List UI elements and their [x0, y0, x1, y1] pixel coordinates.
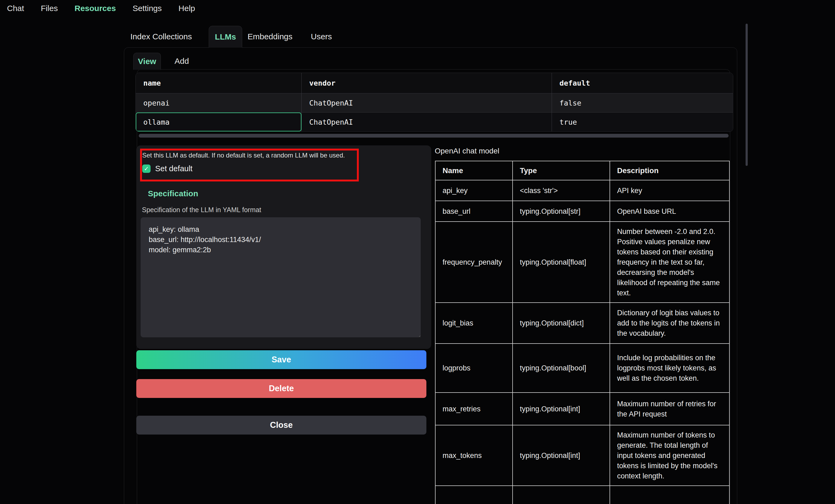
- top-nav: Chat Files Resources Settings Help: [0, 0, 195, 17]
- default-note-text: Set this LLM as default. If no default i…: [142, 152, 357, 159]
- doc-param-description: [610, 486, 729, 504]
- specification-caption: Specification of the LLM in YAML format: [142, 206, 261, 214]
- llm-cell-default[interactable]: false: [552, 93, 733, 112]
- close-button[interactable]: Close: [136, 416, 426, 435]
- nav-item-resources[interactable]: Resources: [75, 4, 116, 13]
- doc-param-description: Number between -2.0 and 2.0. Positive va…: [610, 222, 729, 302]
- doc-param-name: max_retries: [435, 393, 513, 425]
- table-row: max_tokens typing.Optional[int] Maximum …: [435, 425, 729, 486]
- llm-cell-default[interactable]: true: [552, 112, 733, 131]
- llm-table-header-vendor: vendor: [301, 73, 552, 93]
- doc-param-description: Maximum number of retries for the API re…: [610, 393, 729, 425]
- llm-table-header-row: name vendor default: [136, 73, 733, 93]
- doc-param-type: typing.Optional[int]: [513, 393, 610, 425]
- tab-users[interactable]: Users: [311, 26, 332, 47]
- page-vertical-scrollbar[interactable]: [746, 24, 748, 166]
- table-row: api_key <class 'str'> API key: [435, 180, 729, 201]
- model-doc-table: Name Type Description api_key <class 'st…: [435, 161, 730, 504]
- doc-header-description: Description: [610, 161, 729, 180]
- checkbox-check-icon: ✓: [144, 165, 149, 172]
- tab-llms[interactable]: LLMs: [209, 26, 242, 48]
- table-row: logprobs typing.Optional[bool] Include l…: [435, 343, 729, 393]
- doc-param-type: typing.Optional[dict]: [513, 302, 610, 343]
- llm-cell-name-selected[interactable]: ollama: [136, 112, 301, 131]
- specification-heading: Specification: [148, 189, 198, 198]
- doc-param-name: logprobs: [435, 343, 513, 393]
- doc-param-type: [513, 486, 610, 504]
- doc-param-description: Maximum number of tokens to generate. Th…: [610, 425, 729, 486]
- tab-index-collections[interactable]: Index Collections: [130, 26, 192, 47]
- llm-cell-name[interactable]: openai: [136, 93, 301, 112]
- table-row[interactable]: ollama ChatOpenAI true: [136, 112, 733, 131]
- nav-item-help[interactable]: Help: [179, 4, 195, 13]
- nav-item-files[interactable]: Files: [41, 4, 58, 13]
- doc-param-type: typing.Optional[float]: [513, 222, 610, 302]
- llm-table-header-name: name: [136, 73, 301, 93]
- doc-param-name: logit_bias: [435, 302, 513, 343]
- delete-button[interactable]: Delete: [136, 379, 426, 398]
- doc-param-name: [435, 486, 513, 504]
- llm-cell-vendor[interactable]: ChatOpenAI: [301, 112, 552, 131]
- llm-cell-vendor[interactable]: ChatOpenAI: [301, 93, 552, 112]
- doc-param-type: typing.Optional[str]: [513, 201, 610, 222]
- model-doc-title: OpenAI chat model: [435, 147, 500, 155]
- llm-table-horizontal-scrollbar[interactable]: [139, 134, 729, 138]
- llm-table: name vendor default openai ChatOpenAI fa…: [136, 73, 733, 132]
- doc-param-type: <class 'str'>: [513, 180, 610, 201]
- table-row: max_retries typing.Optional[int] Maximum…: [435, 393, 729, 425]
- doc-param-name: frequency_penalty: [435, 222, 513, 302]
- set-default-label[interactable]: Set default: [155, 164, 192, 173]
- save-button[interactable]: Save: [136, 350, 426, 369]
- llm-table-header-default: default: [552, 73, 733, 93]
- table-row[interactable]: openai ChatOpenAI false: [136, 93, 733, 112]
- table-row: base_url typing.Optional[str] OpenAI bas…: [435, 201, 729, 222]
- doc-header-name: Name: [435, 161, 513, 180]
- doc-param-name: base_url: [435, 201, 513, 222]
- subtab-add[interactable]: Add: [175, 53, 189, 69]
- subtab-view[interactable]: View: [133, 53, 161, 70]
- doc-param-description: Dictionary of logit bias values to add t…: [610, 302, 729, 343]
- doc-param-description: Include log probabilities on the logprob…: [610, 343, 729, 393]
- table-row: frequency_penalty typing.Optional[float]…: [435, 222, 729, 302]
- set-default-checkbox[interactable]: ✓: [142, 165, 150, 173]
- table-row-partial: [435, 486, 729, 504]
- doc-param-description: API key: [610, 180, 729, 201]
- nav-item-chat[interactable]: Chat: [7, 4, 24, 13]
- doc-header-row: Name Type Description: [435, 161, 729, 180]
- doc-param-type: typing.Optional[int]: [513, 425, 610, 486]
- doc-param-name: api_key: [435, 180, 513, 201]
- specification-yaml-input[interactable]: api_key: ollama base_url: http://localho…: [141, 217, 421, 337]
- table-row: logit_bias typing.Optional[dict] Diction…: [435, 302, 729, 343]
- tab-embeddings[interactable]: Embeddings: [247, 26, 292, 47]
- nav-item-settings[interactable]: Settings: [133, 4, 162, 13]
- doc-param-type: typing.Optional[bool]: [513, 343, 610, 393]
- doc-param-description: OpenAI base URL: [610, 201, 729, 222]
- doc-param-name: max_tokens: [435, 425, 513, 486]
- doc-header-type: Type: [513, 161, 610, 180]
